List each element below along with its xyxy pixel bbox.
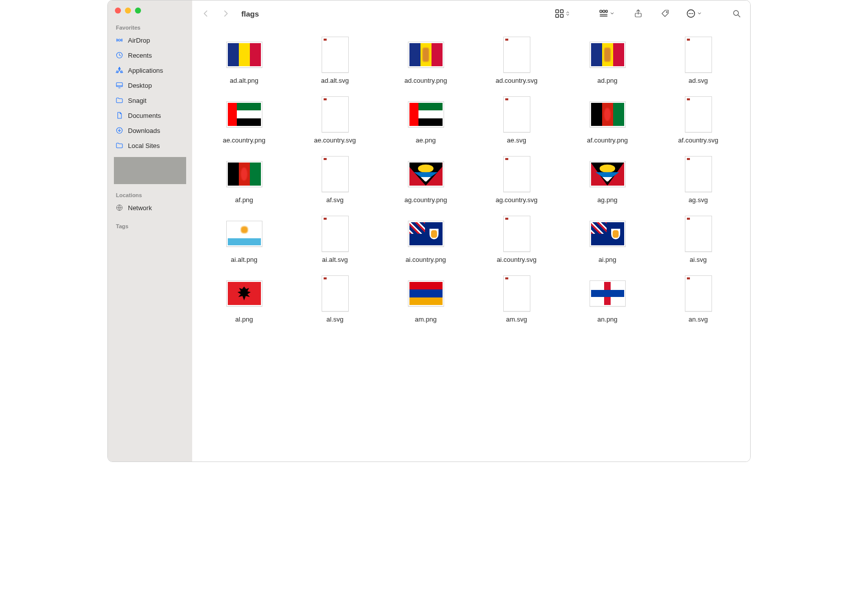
sidebar-section-favorites: Favorites — [108, 22, 192, 33]
svg-rect-7 — [560, 10, 563, 13]
file-item[interactable]: ad.country.png — [383, 37, 469, 84]
forward-button[interactable] — [219, 7, 232, 20]
sidebar-item-snagit[interactable]: Snagit — [108, 93, 192, 108]
file-item[interactable]: am.png — [383, 275, 469, 323]
file-item[interactable]: al.svg — [292, 275, 378, 323]
tag-icon — [661, 9, 670, 18]
file-item[interactable]: ae.country.svg — [292, 96, 378, 144]
sidebar-item-label: AirDrop — [128, 37, 150, 44]
file-name-label: ad.svg — [688, 77, 707, 84]
file-name-label: ae.png — [416, 136, 436, 144]
sidebar-item-recents[interactable]: Recents — [108, 48, 192, 63]
file-thumbnail — [680, 275, 717, 312]
file-name-label: ad.alt.svg — [321, 77, 349, 84]
file-item[interactable]: am.svg — [474, 275, 559, 323]
file-item[interactable]: an.png — [564, 275, 650, 323]
file-item[interactable]: af.country.svg — [655, 96, 741, 144]
zoom-window-button[interactable] — [135, 8, 141, 14]
file-name-label: af.country.png — [587, 136, 628, 144]
file-item[interactable]: ai.svg — [655, 216, 741, 263]
file-name-label: al.svg — [327, 316, 344, 323]
file-item[interactable]: ai.alt.png — [201, 216, 287, 263]
file-name-label: ai.country.svg — [497, 256, 536, 263]
file-item[interactable]: ag.country.png — [383, 156, 469, 204]
sidebar-item-label: Network — [128, 204, 152, 212]
svg-point-20 — [692, 14, 693, 14]
file-item[interactable]: ai.alt.svg — [292, 216, 378, 263]
sidebar-item-network[interactable]: Network — [108, 200, 192, 215]
file-item[interactable]: ad.alt.png — [201, 37, 287, 84]
download-icon — [115, 126, 124, 135]
file-thumbnail — [680, 156, 717, 192]
action-menu-button[interactable] — [686, 9, 703, 19]
file-thumbnail — [499, 96, 535, 132]
file-item[interactable]: an.svg — [655, 275, 741, 323]
file-name-label: ae.svg — [507, 136, 526, 144]
close-window-button[interactable] — [115, 8, 121, 14]
airdrop-icon — [115, 36, 124, 45]
up-down-chevron-icon — [565, 9, 571, 18]
file-thumbnail — [226, 96, 262, 132]
minimize-window-button[interactable] — [125, 8, 131, 14]
file-item[interactable]: ai.png — [564, 216, 650, 263]
file-name-label: ad.alt.png — [230, 77, 258, 84]
file-thumbnail — [590, 275, 626, 312]
group-by-control[interactable] — [599, 9, 616, 19]
file-item[interactable]: ag.svg — [655, 156, 741, 204]
sidebar: Favorites AirDrop Recents Applications D… — [108, 1, 192, 461]
file-thumbnail — [317, 37, 353, 73]
svg-point-21 — [734, 11, 739, 16]
toolbar: flags — [192, 1, 750, 27]
file-name-label: ad.png — [598, 77, 618, 84]
sidebar-item-label: Recents — [128, 52, 152, 59]
file-item[interactable]: ad.png — [564, 37, 650, 84]
file-item[interactable]: ad.country.svg — [474, 37, 559, 84]
file-name-label: ae.country.png — [223, 136, 265, 144]
file-name-label: af.png — [235, 196, 253, 204]
search-button[interactable] — [730, 7, 743, 20]
tags-button[interactable] — [659, 7, 672, 20]
svg-point-16 — [666, 12, 667, 13]
sidebar-item-applications[interactable]: Applications — [108, 63, 192, 78]
sidebar-item-downloads[interactable]: Downloads — [108, 123, 192, 138]
file-item[interactable]: ai.country.svg — [474, 216, 559, 263]
search-icon — [732, 9, 741, 18]
file-item[interactable]: af.png — [201, 156, 287, 204]
sidebar-item-label: Desktop — [128, 82, 152, 89]
finder-window: Favorites AirDrop Recents Applications D… — [107, 0, 751, 462]
share-button[interactable] — [632, 7, 645, 20]
file-thumbnail — [680, 216, 717, 252]
file-item[interactable]: ai.country.png — [383, 216, 469, 263]
chevron-down-icon — [610, 9, 616, 18]
file-name-label: ag.country.svg — [496, 196, 538, 204]
file-name-label: ai.country.png — [405, 256, 446, 263]
sidebar-item-label: Applications — [128, 67, 163, 74]
file-item[interactable]: ae.country.png — [201, 96, 287, 144]
file-item[interactable]: af.svg — [292, 156, 378, 204]
file-icon-grid[interactable]: ad.alt.pngad.alt.svgad.country.pngad.cou… — [192, 27, 750, 461]
file-item[interactable]: ag.png — [564, 156, 650, 204]
sidebar-item-desktop[interactable]: Desktop — [108, 78, 192, 93]
sidebar-item-documents[interactable]: Documents — [108, 108, 192, 123]
file-thumbnail — [226, 216, 262, 252]
view-mode-control[interactable] — [554, 9, 571, 19]
sidebar-item-label: Documents — [128, 112, 161, 119]
file-item[interactable]: al.png — [201, 275, 287, 323]
file-item[interactable]: ad.svg — [655, 37, 741, 84]
svg-rect-9 — [560, 15, 563, 18]
file-thumbnail — [680, 37, 717, 73]
file-thumbnail — [408, 37, 444, 73]
file-thumbnail — [499, 156, 535, 192]
file-name-label: ag.svg — [688, 196, 707, 204]
file-item[interactable]: ae.png — [383, 96, 469, 144]
icon-view-icon — [554, 9, 564, 19]
sidebar-item-airdrop[interactable]: AirDrop — [108, 33, 192, 48]
file-item[interactable]: ad.alt.svg — [292, 37, 378, 84]
file-item[interactable]: af.country.png — [564, 96, 650, 144]
back-button[interactable] — [199, 7, 212, 20]
desktop-icon — [115, 81, 124, 90]
file-item[interactable]: ae.svg — [474, 96, 559, 144]
file-item[interactable]: ag.country.svg — [474, 156, 559, 204]
apps-icon — [115, 66, 124, 75]
sidebar-item-local-sites[interactable]: Local Sites — [108, 138, 192, 153]
